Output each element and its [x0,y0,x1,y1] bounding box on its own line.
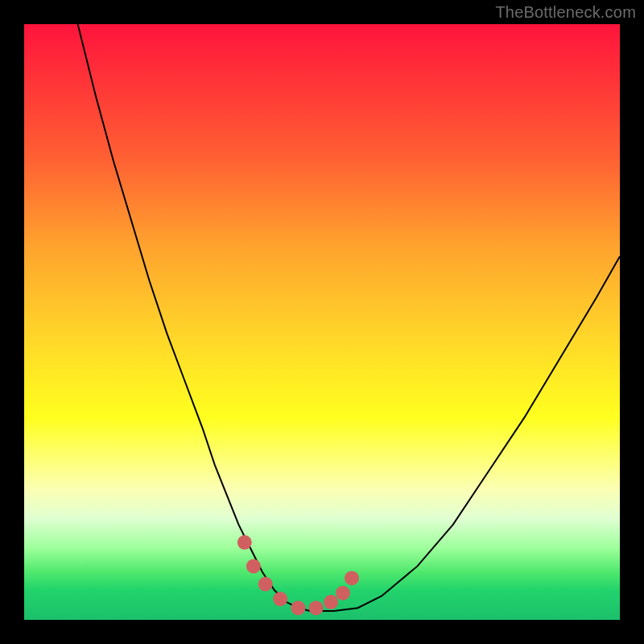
highlight-point [237,535,252,550]
highlight-points-group [237,535,359,615]
chart-plot-area [24,24,620,620]
highlight-point [246,559,261,573]
chart-svg [24,24,620,620]
highlight-point [324,595,338,609]
highlight-point [345,571,359,585]
chart-frame: TheBottleneck.com [0,0,644,644]
highlight-point [291,601,305,615]
highlight-point [273,592,287,606]
highlight-point [309,601,324,615]
highlight-point [258,577,273,592]
watermark-text: TheBottleneck.com [495,3,636,22]
highlight-point [336,586,350,601]
bottleneck-curve [78,24,620,611]
